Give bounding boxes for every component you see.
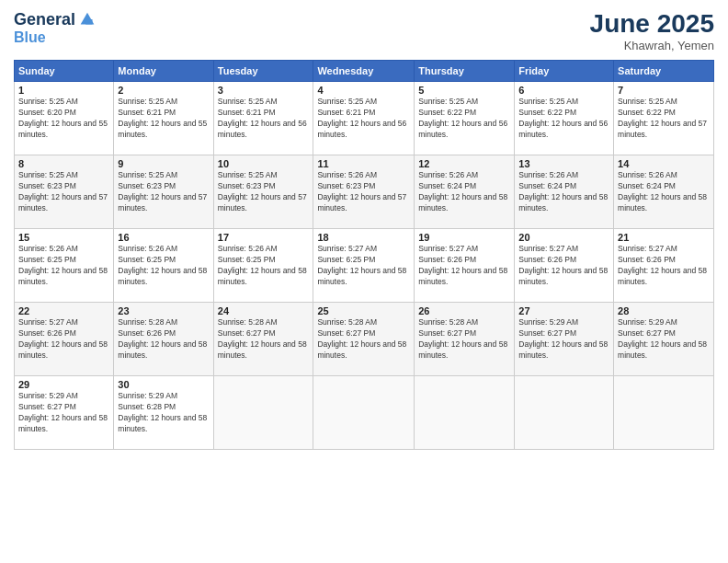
calendar-cell: 12Sunrise: 5:26 AM Sunset: 6:24 PM Dayli…	[415, 155, 515, 229]
calendar-cell: 6Sunrise: 5:25 AM Sunset: 6:22 PM Daylig…	[515, 82, 614, 155]
day-number: 7	[618, 85, 710, 96]
day-info: Sunrise: 5:25 AM Sunset: 6:22 PM Dayligh…	[418, 97, 510, 141]
day-number: 8	[18, 158, 109, 169]
calendar-cell: 26Sunrise: 5:28 AM Sunset: 6:27 PM Dayli…	[415, 303, 515, 376]
day-number: 26	[418, 305, 510, 316]
weekday-header: Tuesday	[213, 61, 313, 82]
calendar-cell: 17Sunrise: 5:26 AM Sunset: 6:25 PM Dayli…	[213, 229, 313, 303]
calendar-cell: 10Sunrise: 5:25 AM Sunset: 6:23 PM Dayli…	[213, 155, 313, 229]
calendar-cell	[515, 376, 614, 450]
calendar-cell: 19Sunrise: 5:27 AM Sunset: 6:26 PM Dayli…	[415, 229, 515, 303]
day-number: 9	[118, 158, 209, 169]
day-info: Sunrise: 5:29 AM Sunset: 6:28 PM Dayligh…	[118, 391, 209, 435]
calendar-cell: 13Sunrise: 5:26 AM Sunset: 6:24 PM Dayli…	[515, 155, 614, 229]
day-info: Sunrise: 5:27 AM Sunset: 6:26 PM Dayligh…	[518, 244, 609, 288]
logo-blue-text: Blue	[14, 29, 46, 45]
calendar-cell: 14Sunrise: 5:26 AM Sunset: 6:24 PM Dayli…	[614, 155, 714, 229]
day-info: Sunrise: 5:25 AM Sunset: 6:21 PM Dayligh…	[317, 97, 410, 141]
calendar-cell: 23Sunrise: 5:28 AM Sunset: 6:26 PM Dayli…	[114, 303, 213, 376]
calendar-cell: 8Sunrise: 5:25 AM Sunset: 6:23 PM Daylig…	[15, 155, 114, 229]
day-info: Sunrise: 5:26 AM Sunset: 6:24 PM Dayligh…	[518, 170, 609, 214]
day-number: 16	[118, 232, 209, 243]
svg-rect-1	[85, 19, 92, 25]
weekday-header: Sunday	[15, 61, 114, 82]
calendar-cell	[313, 376, 415, 450]
day-info: Sunrise: 5:27 AM Sunset: 6:26 PM Dayligh…	[418, 244, 510, 288]
calendar-cell: 2Sunrise: 5:25 AM Sunset: 6:21 PM Daylig…	[114, 82, 213, 155]
day-info: Sunrise: 5:26 AM Sunset: 6:24 PM Dayligh…	[618, 170, 710, 214]
month-title: June 2025	[590, 9, 714, 39]
day-info: Sunrise: 5:25 AM Sunset: 6:23 PM Dayligh…	[218, 170, 310, 214]
day-number: 15	[18, 232, 109, 243]
day-info: Sunrise: 5:27 AM Sunset: 6:26 PM Dayligh…	[618, 244, 710, 288]
day-info: Sunrise: 5:25 AM Sunset: 6:20 PM Dayligh…	[18, 97, 109, 141]
weekday-header: Monday	[114, 61, 213, 82]
header: General Blue June 2025 Khawrah, Yemen	[14, 9, 714, 52]
day-number: 25	[317, 305, 410, 316]
day-number: 2	[118, 85, 209, 96]
calendar-cell: 7Sunrise: 5:25 AM Sunset: 6:22 PM Daylig…	[614, 82, 714, 155]
calendar-cell: 3Sunrise: 5:25 AM Sunset: 6:21 PM Daylig…	[213, 82, 313, 155]
day-number: 11	[317, 158, 410, 169]
day-number: 6	[518, 85, 609, 96]
day-number: 12	[418, 158, 510, 169]
calendar-cell: 11Sunrise: 5:26 AM Sunset: 6:23 PM Dayli…	[313, 155, 415, 229]
calendar-cell: 28Sunrise: 5:29 AM Sunset: 6:27 PM Dayli…	[614, 303, 714, 376]
day-number: 23	[118, 305, 209, 316]
day-number: 20	[518, 232, 609, 243]
logo: General Blue	[14, 9, 97, 46]
day-info: Sunrise: 5:29 AM Sunset: 6:27 PM Dayligh…	[18, 391, 109, 435]
day-number: 27	[518, 305, 609, 316]
calendar-cell: 25Sunrise: 5:28 AM Sunset: 6:27 PM Dayli…	[313, 303, 415, 376]
weekday-header: Thursday	[415, 61, 515, 82]
weekday-header: Saturday	[614, 61, 714, 82]
day-info: Sunrise: 5:28 AM Sunset: 6:27 PM Dayligh…	[218, 317, 310, 362]
day-info: Sunrise: 5:26 AM Sunset: 6:25 PM Dayligh…	[218, 244, 310, 288]
day-info: Sunrise: 5:25 AM Sunset: 6:21 PM Dayligh…	[118, 97, 209, 141]
calendar-page: General Blue June 2025 Khawrah, Yemen Su…	[0, 0, 728, 563]
calendar-cell	[213, 376, 313, 450]
day-info: Sunrise: 5:25 AM Sunset: 6:22 PM Dayligh…	[518, 97, 609, 141]
day-info: Sunrise: 5:26 AM Sunset: 6:24 PM Dayligh…	[418, 170, 510, 214]
day-number: 18	[317, 232, 410, 243]
day-info: Sunrise: 5:26 AM Sunset: 6:25 PM Dayligh…	[118, 244, 209, 288]
day-number: 28	[618, 305, 710, 316]
day-info: Sunrise: 5:26 AM Sunset: 6:23 PM Dayligh…	[317, 170, 410, 214]
calendar-cell: 4Sunrise: 5:25 AM Sunset: 6:21 PM Daylig…	[313, 82, 415, 155]
day-number: 14	[618, 158, 710, 169]
day-number: 1	[18, 85, 109, 96]
calendar-cell	[614, 376, 714, 450]
day-number: 21	[618, 232, 710, 243]
calendar-cell: 18Sunrise: 5:27 AM Sunset: 6:25 PM Dayli…	[313, 229, 415, 303]
day-number: 13	[518, 158, 609, 169]
day-info: Sunrise: 5:27 AM Sunset: 6:25 PM Dayligh…	[317, 244, 410, 288]
logo-text: General	[14, 11, 75, 28]
day-number: 17	[218, 232, 310, 243]
calendar-cell: 1Sunrise: 5:25 AM Sunset: 6:20 PM Daylig…	[15, 82, 114, 155]
day-number: 22	[18, 305, 109, 316]
day-info: Sunrise: 5:29 AM Sunset: 6:27 PM Dayligh…	[518, 317, 609, 362]
day-info: Sunrise: 5:25 AM Sunset: 6:22 PM Dayligh…	[618, 97, 710, 141]
day-info: Sunrise: 5:29 AM Sunset: 6:27 PM Dayligh…	[618, 317, 710, 362]
day-info: Sunrise: 5:26 AM Sunset: 6:25 PM Dayligh…	[18, 244, 109, 288]
calendar-cell: 15Sunrise: 5:26 AM Sunset: 6:25 PM Dayli…	[15, 229, 114, 303]
calendar-cell: 9Sunrise: 5:25 AM Sunset: 6:23 PM Daylig…	[114, 155, 213, 229]
location: Khawrah, Yemen	[590, 39, 714, 52]
day-number: 5	[418, 85, 510, 96]
calendar-cell: 30Sunrise: 5:29 AM Sunset: 6:28 PM Dayli…	[114, 376, 213, 450]
day-number: 24	[218, 305, 310, 316]
day-number: 4	[317, 85, 410, 96]
calendar-cell: 29Sunrise: 5:29 AM Sunset: 6:27 PM Dayli…	[15, 376, 114, 450]
day-info: Sunrise: 5:25 AM Sunset: 6:23 PM Dayligh…	[118, 170, 209, 214]
day-number: 29	[18, 379, 109, 390]
calendar-cell	[415, 376, 515, 450]
logo-icon	[77, 9, 97, 29]
calendar-cell: 22Sunrise: 5:27 AM Sunset: 6:26 PM Dayli…	[15, 303, 114, 376]
title-area: June 2025 Khawrah, Yemen	[590, 9, 714, 52]
calendar-cell: 20Sunrise: 5:27 AM Sunset: 6:26 PM Dayli…	[515, 229, 614, 303]
calendar-cell: 5Sunrise: 5:25 AM Sunset: 6:22 PM Daylig…	[415, 82, 515, 155]
day-number: 30	[118, 379, 209, 390]
calendar-cell: 24Sunrise: 5:28 AM Sunset: 6:27 PM Dayli…	[213, 303, 313, 376]
weekday-header: Wednesday	[313, 61, 415, 82]
weekday-header: Friday	[515, 61, 614, 82]
